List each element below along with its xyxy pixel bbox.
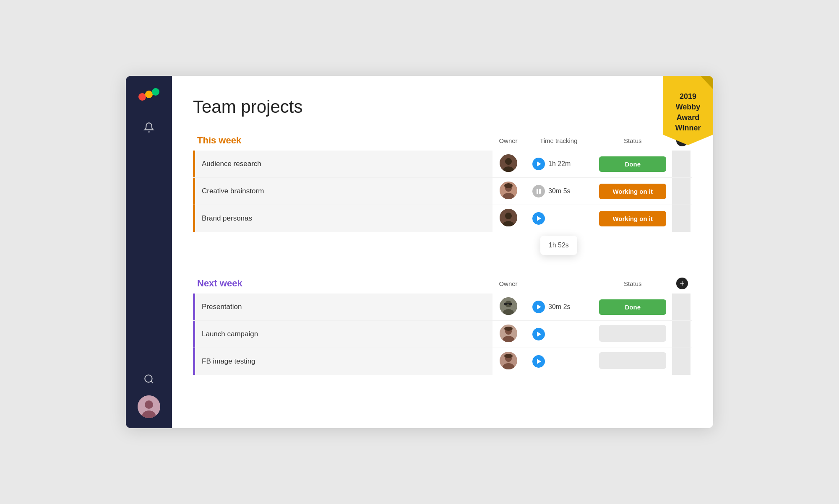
section-this-week: This week Owner Time tracking Status + [193, 132, 692, 258]
this-week-table: This week Owner Time tracking Status + [193, 132, 692, 258]
time-cell-fb [524, 348, 593, 375]
svg-point-38 [504, 327, 513, 331]
time-value-audience: 1h 22m [548, 160, 571, 168]
owner-avatar-presentation[interactable] [500, 297, 517, 315]
project-name-fb[interactable]: FB image testing [195, 348, 492, 375]
sidebar [126, 76, 172, 428]
play-icon-2 [536, 216, 542, 221]
time-tooltip: 1h 52s [540, 236, 577, 255]
webby-badge-container: 2019 Webby Award Winner [663, 76, 713, 147]
next-week-table: Next week Owner Status + [193, 275, 692, 375]
status-empty-fb[interactable] [599, 352, 666, 369]
sidebar-logo[interactable] [138, 86, 160, 103]
avatar-image [138, 395, 160, 418]
project-name-brand[interactable]: Brand personas [195, 205, 492, 232]
status-cell-creative: Working on it [593, 178, 672, 205]
time-cell-launch [524, 321, 593, 348]
status-badge-brand[interactable]: Working on it [599, 211, 666, 226]
play-button-brand[interactable] [532, 212, 545, 225]
svg-rect-22 [537, 189, 538, 194]
svg-marker-39 [537, 332, 541, 337]
search-icon[interactable] [141, 371, 157, 387]
avatar-svg-6 [500, 352, 517, 369]
time-total-cell: 1h 52s [524, 232, 593, 259]
section-title-this-week: This week [197, 135, 241, 145]
page-title: Team projects [193, 97, 692, 117]
svg-point-1 [145, 91, 153, 98]
next-week-title-header: Next week [193, 275, 492, 294]
project-name-audience[interactable]: Audience research [195, 151, 492, 177]
sidebar-bottom [138, 371, 160, 418]
extra-cell-creative [672, 178, 692, 205]
play-icon [536, 161, 542, 167]
time-total-empty [193, 232, 492, 259]
owner-cell-audience [492, 151, 524, 178]
extra-cell-audience [672, 151, 692, 178]
svg-text:Webby: Webby [676, 103, 701, 111]
svg-point-6 [145, 400, 153, 409]
table-row: FB image testing [193, 348, 692, 375]
project-name-launch[interactable]: Launch campaign [195, 321, 492, 348]
avatar-svg-4 [500, 297, 517, 315]
status-column-header: Status [593, 132, 672, 151]
user-avatar[interactable] [138, 395, 160, 418]
table-row: Creative brainstorm [193, 178, 692, 205]
sidebar-nav [141, 120, 157, 371]
play-icon-4 [536, 331, 542, 337]
svg-text:2019: 2019 [680, 92, 696, 101]
table-row: Launch campaign [193, 321, 692, 348]
section-next-week: Next week Owner Status + [193, 275, 692, 375]
time-cell-creative: 30m 5s [524, 178, 593, 205]
pause-button-creative[interactable] [532, 185, 545, 197]
svg-marker-17 [537, 161, 541, 166]
play-button-audience[interactable] [532, 158, 545, 170]
owner-avatar-brand[interactable] [500, 209, 517, 226]
owner-avatar-launch[interactable] [500, 325, 517, 342]
time-column-header: Time tracking [524, 132, 593, 151]
project-name-presentation[interactable]: Presentation [195, 294, 492, 320]
table-row: Presentation [193, 294, 692, 321]
owner-avatar-audience[interactable] [500, 154, 517, 172]
name-cell-launch: Launch campaign [193, 321, 492, 348]
section-title-next-week: Next week [197, 278, 242, 288]
avatar-svg-3 [500, 209, 517, 226]
status-badge-audience[interactable]: Done [599, 156, 666, 172]
owner-cell-brand [492, 205, 524, 232]
bell-icon[interactable] [141, 120, 157, 135]
avatar-svg-5 [500, 325, 517, 342]
status-cell-audience: Done [593, 151, 672, 178]
play-button-fb[interactable] [532, 355, 545, 368]
svg-line-4 [151, 381, 153, 383]
time-total-empty-3 [593, 232, 692, 259]
owner-avatar-fb[interactable] [500, 352, 517, 369]
pause-icon [536, 188, 542, 194]
svg-point-25 [505, 213, 512, 219]
status-cell-fb [593, 348, 672, 375]
svg-marker-34 [537, 304, 541, 309]
owner-cell-creative [492, 178, 524, 205]
status-empty-launch[interactable] [599, 325, 666, 342]
svg-marker-44 [537, 359, 541, 364]
add-item-button-next-week[interactable]: + [676, 278, 688, 289]
time-cell-brand [524, 205, 593, 232]
extra-bg-creative [672, 178, 690, 205]
table-row: Audience research [193, 151, 692, 178]
project-name-creative[interactable]: Creative brainstorm [195, 178, 492, 205]
app-container: 2019 Webby Award Winner Team projects Th… [126, 76, 713, 428]
extra-bg-presentation [672, 294, 690, 320]
time-value-creative: 30m 5s [548, 187, 570, 195]
time-cell-presentation: 30m 2s [524, 294, 593, 321]
owner-avatar-creative[interactable] [500, 182, 517, 199]
extra-cell-presentation [672, 294, 692, 321]
svg-rect-31 [509, 303, 512, 305]
play-button-presentation[interactable] [532, 301, 545, 313]
owner-cell-fb [492, 348, 524, 375]
play-button-launch[interactable] [532, 328, 545, 340]
status-badge-presentation[interactable]: Done [599, 299, 666, 315]
play-icon-5 [536, 359, 542, 364]
next-week-header: Next week Owner Status + [193, 275, 692, 294]
name-cell-audience: Audience research [193, 151, 492, 178]
status-badge-creative[interactable]: Working on it [599, 184, 666, 199]
name-cell-brand: Brand personas [193, 205, 492, 232]
extra-bg-launch [672, 321, 690, 348]
